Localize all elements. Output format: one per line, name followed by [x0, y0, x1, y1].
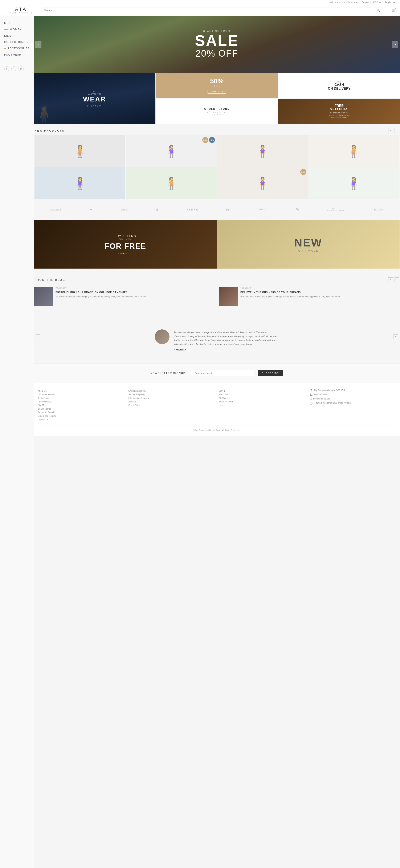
footer-track-order[interactable]: Track My Order	[219, 400, 305, 403]
buy2-line3: FOR FREE	[104, 242, 146, 251]
cart-icon[interactable]: 🛒	[392, 8, 396, 12]
two-ways-cta[interactable]: SHOP NOW!	[83, 105, 106, 107]
new-products-header: NEW PRODUCTS ‹ ›	[34, 124, 399, 135]
sidebar-item-footwear[interactable]: FOOTWEAR	[0, 52, 34, 58]
brand-m[interactable]: M	[296, 207, 299, 212]
blog-post-title-1[interactable]: ESTABLISHING YOUR BRAND ON COLLEGE CAMPU…	[56, 291, 215, 294]
footer: About Us Customer Service Testimonials P…	[34, 383, 400, 436]
testimonial-section: ‹ " Fashion has always been so temporary…	[34, 314, 400, 359]
blog-prev-button[interactable]: ‹	[388, 277, 393, 282]
sidebar-item-collections[interactable]: COLLECTIONS ▸	[0, 39, 34, 45]
brand-chanel[interactable]: CHANEL	[50, 208, 62, 211]
sidebar-item-men[interactable]: MEN	[0, 20, 34, 26]
brand-dg[interactable]: D&G	[121, 208, 128, 211]
brand-ferre[interactable]: FERRE	[187, 208, 199, 211]
footer-privacy[interactable]: Privacy Policy	[38, 400, 124, 403]
buy2-banner[interactable]: BUY 2 ITEMS GET ONE FOR FREE SHOP NOW!	[34, 220, 216, 269]
search-icon[interactable]: 🔍	[376, 9, 380, 12]
logo-area[interactable]: ATA MAGENTO THEME	[4, 6, 38, 14]
footer-contact[interactable]: Contact Us	[38, 418, 124, 422]
sidebar-item-kids[interactable]: KIDS	[0, 33, 34, 39]
footer-wishlist[interactable]: My Wishlist	[219, 396, 305, 400]
footer-testimonials[interactable]: Testimonials	[38, 396, 124, 400]
footer-orders-returns[interactable]: Orders and Returns	[38, 414, 124, 418]
footer-secure-shopping[interactable]: Secure Shopping	[129, 393, 215, 396]
footer-sign-in[interactable]: Sign In	[219, 389, 305, 393]
newsletter-label: NEWSLETTER SIGNUP :	[151, 372, 188, 375]
footer-shipping-returns[interactable]: Shipping & Returns	[129, 389, 215, 393]
testimonial-next-button[interactable]: ›	[393, 335, 398, 339]
search-input[interactable]	[44, 9, 376, 12]
sale-badge-2: SALE	[202, 137, 208, 143]
footer-advanced-search[interactable]: Advanced Search	[38, 411, 124, 414]
products-row-1: 🧍 🧍‍♀️ NEW SALE 🧍‍♀️	[34, 135, 399, 167]
arrivals-banner[interactable]: NEW ARRIVALS	[217, 220, 400, 269]
blog-next-button[interactable]: ›	[395, 277, 399, 282]
footer-address-text: My Company Glasgow G68 9GR	[314, 389, 345, 392]
footer-about[interactable]: About Us	[38, 389, 124, 393]
product-card-4[interactable]: 🧍	[308, 135, 399, 167]
women-label: WOMEN	[10, 28, 22, 31]
blog-post-title-2[interactable]: BELIEVE IN THE BUSINESS OF YOUR DREAMS	[240, 291, 400, 294]
product-card-2[interactable]: 🧍‍♀️ NEW SALE	[126, 135, 216, 167]
product-card-3[interactable]: 🧍‍♀️	[217, 135, 308, 167]
twitter-icon[interactable]: t	[11, 66, 16, 71]
product-card-7[interactable]: 🧍‍♀️ SALE	[217, 167, 308, 199]
product-image-5: 🧍‍♀️	[73, 176, 87, 190]
footer-international-shipping[interactable]: International Shipping	[129, 396, 215, 400]
googleplus-icon[interactable]: g+	[19, 66, 24, 71]
footer-help[interactable]: Help	[219, 403, 305, 407]
blog-excerpt-2: Many students are cash-strapped, nowaday…	[240, 295, 400, 298]
newsletter-subscribe-button[interactable]: SUBSCRIBE	[258, 370, 283, 376]
cod-line1: CASH	[334, 83, 344, 87]
footer-customer-service[interactable]: Customer Service	[38, 393, 124, 396]
buy2-cta[interactable]: SHOP NOW!	[118, 252, 133, 254]
facebook-icon[interactable]: f	[4, 66, 9, 71]
newsletter-input[interactable]	[191, 370, 254, 376]
welcome-text: Welcome to our online store!	[329, 1, 358, 4]
product-card-6[interactable]: 🧍	[126, 167, 216, 199]
blog-content-2: 20.05.2016 BELIEVE IN THE BUSINESS OF YO…	[240, 287, 400, 306]
page-layout: MEN WOMEN KIDS COLLECTIONS ▸ ACCESSORIES	[0, 16, 400, 868]
footer-affiliates[interactable]: Affiliates	[129, 400, 215, 403]
location-icon: 📍	[309, 389, 313, 392]
product-card-8[interactable]: 🧍‍♀️	[308, 167, 399, 199]
brand-circle[interactable]: ⊕	[156, 208, 159, 212]
brand-gucci[interactable]: GUCCI	[258, 208, 268, 211]
footer-email[interactable]: ✉ info@amanda.org	[309, 398, 396, 401]
footer-contact: 📍 My Company Glasgow G68 9GR 📞 800-235-6…	[309, 389, 396, 405]
menu-icon[interactable]: ☰	[386, 8, 389, 12]
testimonial-nav-right: ›	[393, 335, 398, 339]
hero-prev-button[interactable]: ‹	[35, 41, 41, 48]
brand-prada[interactable]: PRADA	[372, 208, 384, 211]
cod-line2: ON DELIVERY	[328, 87, 351, 91]
language-select[interactable]: English French	[384, 1, 396, 4]
logo: ATA	[4, 6, 38, 12]
footer-sitemap[interactable]: Site Map	[38, 403, 124, 407]
sidebar-item-women[interactable]: WOMEN	[0, 26, 34, 33]
brand-wings[interactable]: ✦	[90, 208, 93, 212]
currency-select[interactable]: USD EUR	[372, 1, 382, 4]
footer-your-cart[interactable]: Your Cart	[219, 393, 305, 396]
fifty-cta[interactable]: SHOP NOW	[207, 90, 226, 94]
email-icon: ✉	[309, 398, 312, 401]
footer-copyright: © 2016 Magento Demo Store. All Rights Re…	[38, 426, 396, 432]
hero-next-button[interactable]: ›	[392, 41, 398, 48]
product-card-5[interactable]: 🧍‍♀️	[34, 167, 125, 199]
fifty-off-banner[interactable]: 50% OFF SHOP NOW	[156, 73, 277, 98]
product-card-1[interactable]: 🧍	[34, 135, 125, 167]
brand-ck[interactable]: ck	[226, 208, 230, 211]
testimonial-prev-button[interactable]: ‹	[36, 335, 40, 339]
products-prev-button[interactable]: ‹	[388, 128, 393, 133]
two-ways-banner[interactable]: 🧍 TWO WAYS TO WEAR SHOP NOW!	[34, 73, 156, 124]
brand-polo[interactable]: POLORALPH LAUREN	[327, 208, 344, 212]
footer-search-terms[interactable]: Search Terms	[38, 407, 124, 411]
footer-group-sales[interactable]: Group Sales	[129, 403, 215, 407]
blog-grid: 20.05.2016 ESTABLISHING YOUR BRAND ON CO…	[34, 287, 400, 306]
product-image-7: 🧍‍♀️	[255, 176, 270, 190]
sidebar: MEN WOMEN KIDS COLLECTIONS ▸ ACCESSORIES	[0, 16, 34, 868]
sidebar-item-accessories[interactable]: ACCESSORIES	[0, 45, 34, 52]
products-next-button[interactable]: ›	[395, 128, 399, 133]
two-ways-text: TWO WAYS TO WEAR SHOP NOW!	[83, 90, 106, 107]
product-image-4: 🧍	[346, 145, 361, 158]
